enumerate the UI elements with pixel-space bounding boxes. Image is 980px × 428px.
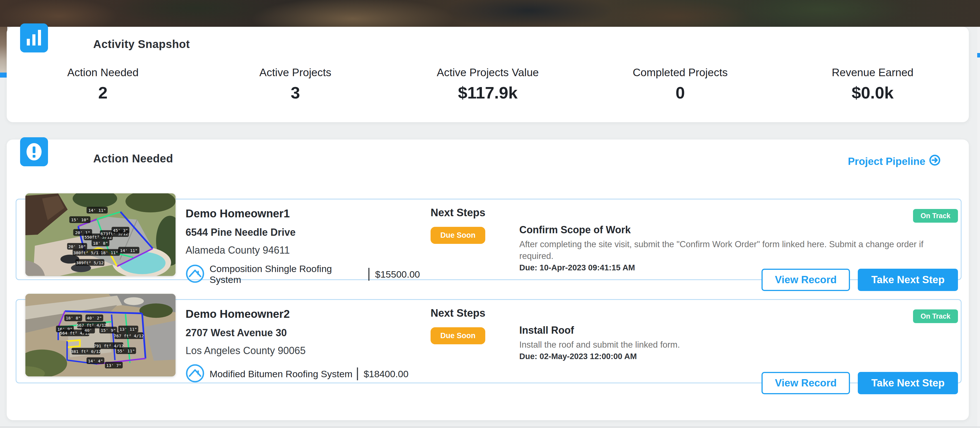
- homeowner-name: Demo Homeowner2: [186, 308, 420, 320]
- property-aerial-thumbnail[interactable]: 18' 8" 40' 2" 667 ft² 4/12 16' 9" 564 ft…: [25, 294, 175, 376]
- street-address: 2707 West Avenue 30: [186, 327, 420, 339]
- roof-system-line: Modified Bitumen Roofing System $18400.0…: [186, 364, 420, 384]
- roof-measure-label: 14' 4": [88, 358, 103, 364]
- metric-action-needed: Action Needed 2: [7, 67, 199, 102]
- divider: [368, 268, 369, 281]
- roof-measure-label: 20' 10": [68, 244, 86, 249]
- view-record-button[interactable]: View Record: [762, 372, 850, 394]
- roof-system-name: Modified Bitumen Roofing System: [210, 369, 352, 379]
- action-needed-title: Action Needed: [93, 152, 173, 165]
- roof-measure-label: 14' 11": [120, 248, 138, 253]
- metric-completed-projects: Completed Projects 0: [584, 67, 776, 102]
- project-pipeline-label: Project Pipeline: [848, 156, 925, 167]
- metric-value: 0: [584, 83, 776, 102]
- metric-revenue-earned: Revenue Earned $0.0k: [776, 67, 969, 102]
- roof-icon: [186, 364, 205, 384]
- task-title: Install Roof: [519, 325, 927, 336]
- roof-measure-label: 381 ft² 0/12: [71, 349, 101, 354]
- task-description: Install the roof and submit the linked f…: [519, 339, 927, 351]
- scrollbar-thumb[interactable]: [977, 53, 980, 57]
- metric-label: Completed Projects: [584, 67, 776, 79]
- roof-measure-label: 767 ft² 4/12: [114, 333, 144, 339]
- roof-icon: [186, 264, 205, 284]
- roof-measure-label: 18' 8": [93, 241, 108, 246]
- project-actions: View Record Take Next Step: [762, 372, 958, 394]
- roof-system-line: Composition Shingle Roofing System $1550…: [186, 263, 420, 285]
- project-info: Demo Homeowner2 2707 West Avenue 30 Los …: [186, 300, 420, 384]
- roof-measure-label: 15' 9": [101, 328, 116, 333]
- project-price: $18400.00: [364, 369, 409, 379]
- next-steps-section: Next Steps Due Soon Confirm Scope of Wor…: [431, 199, 961, 219]
- metrics-row: Action Needed 2 Active Projects 3 Active…: [7, 67, 969, 102]
- project-pipeline-link[interactable]: Project Pipeline: [848, 154, 941, 169]
- roof-measure-label: 55' 11": [117, 348, 135, 353]
- metric-value: $0.0k: [776, 83, 969, 102]
- due-soon-badge: Due Soon: [431, 227, 485, 244]
- county-zip: Los Angeles County 90065: [186, 345, 420, 356]
- activity-snapshot-title: Activity Snapshot: [93, 38, 190, 51]
- bottom-divider: [0, 426, 980, 428]
- homeowner-name: Demo Homeowner1: [186, 207, 420, 220]
- metric-label: Action Needed: [7, 67, 199, 79]
- metric-value: 3: [199, 83, 392, 102]
- roof-measure-label: 380ft² 5/12: [73, 250, 101, 255]
- project-row: 18' 8" 40' 2" 667 ft² 4/12 16' 9" 564 ft…: [16, 299, 962, 383]
- property-aerial-thumbnail[interactable]: 14' 11" 15' 10" 20' 1" 550ft² 5/12 673ft…: [25, 193, 175, 276]
- roof-measure-label: 18' 11": [100, 250, 118, 255]
- roof-measure-label: 13' 7": [106, 363, 121, 368]
- roof-measure-label: 14' 11": [89, 208, 106, 213]
- metric-label: Revenue Earned: [776, 67, 969, 79]
- action-needed-card: Action Needed Project Pipeline: [7, 140, 969, 420]
- roof-measure-label: 15' 10": [71, 217, 89, 223]
- roof-measure-label: 18' 8": [65, 315, 81, 321]
- roof-measure-label: 45' 3": [113, 228, 128, 233]
- vertical-scrollbar[interactable]: [977, 27, 980, 428]
- street-address: 6544 Pine Needle Drive: [186, 227, 420, 238]
- roof-measure-label: 389ft² 5/12: [76, 260, 104, 265]
- task-title: Confirm Scope of Work: [519, 224, 927, 236]
- metric-active-projects-value: Active Projects Value $117.9k: [391, 67, 584, 102]
- roof-measure-label: 40': [84, 328, 92, 333]
- project-info: Demo Homeowner1 6544 Pine Needle Drive A…: [186, 199, 420, 285]
- task-due-date: Due: 02-May-2023 12:00:00 AM: [519, 352, 927, 361]
- alert-icon: [20, 137, 48, 166]
- view-record-button[interactable]: View Record: [762, 269, 850, 291]
- activity-snapshot-card: Activity Snapshot Action Needed 2 Active…: [7, 27, 969, 122]
- roof-measure-label: 13' 11": [119, 327, 137, 332]
- metric-label: Active Projects Value: [391, 67, 584, 79]
- divider: [357, 368, 358, 380]
- take-next-step-button[interactable]: Take Next Step: [858, 372, 958, 394]
- task-description: After completing the site visit, submit …: [519, 239, 927, 262]
- left-edge-accent: [0, 73, 7, 78]
- roof-measure-label: 40' 2": [87, 315, 102, 321]
- due-soon-badge: Due Soon: [431, 327, 485, 344]
- metric-value: $117.9k: [391, 83, 584, 102]
- metric-active-projects: Active Projects 3: [199, 67, 392, 102]
- metric-label: Active Projects: [199, 67, 392, 79]
- metric-value: 2: [7, 83, 199, 102]
- task-block: Install Roof Install the roof and submit…: [519, 325, 927, 361]
- county-zip: Alameda County 94611: [186, 244, 420, 256]
- task-block: Confirm Scope of Work After completing t…: [519, 224, 927, 272]
- project-row: 14' 11" 15' 10" 20' 1" 550ft² 5/12 673ft…: [16, 199, 962, 280]
- on-track-badge: On Track: [913, 209, 958, 223]
- arrow-right-circle-icon: [929, 154, 941, 169]
- bar-chart-icon: [20, 24, 48, 53]
- on-track-badge: On Track: [913, 309, 958, 323]
- project-actions: View Record Take Next Step: [762, 269, 958, 291]
- roof-system-name: Composition Shingle Roofing System: [210, 263, 364, 285]
- aerial-banner-left-strip: [0, 27, 7, 73]
- dashboard-page: Activity Snapshot Action Needed 2 Active…: [0, 0, 980, 428]
- aerial-banner-image: [0, 0, 980, 27]
- next-steps-title: Next Steps: [431, 307, 961, 319]
- project-price: $15500.00: [375, 269, 420, 280]
- next-steps-title: Next Steps: [431, 207, 961, 219]
- take-next-step-button[interactable]: Take Next Step: [858, 269, 958, 291]
- next-steps-section: Next Steps Due Soon Install Roof Install…: [431, 300, 961, 319]
